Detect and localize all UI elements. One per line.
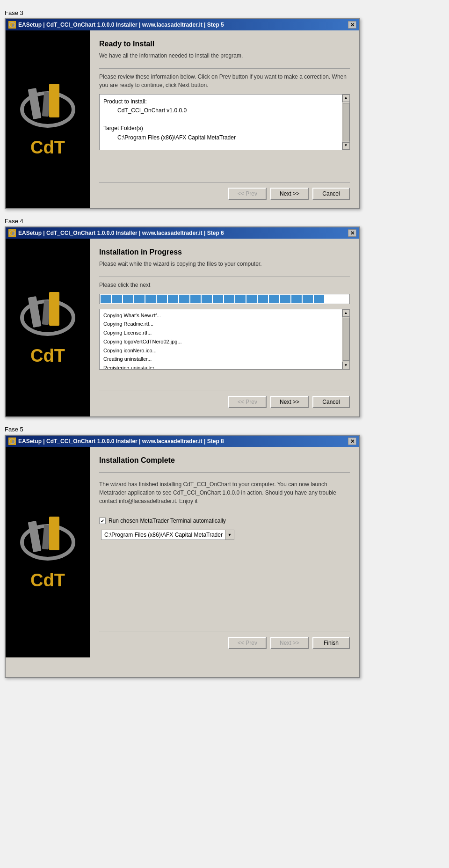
dropdown-row-fase5: C:\Program Files (x86)\AFX Capital MetaT…: [101, 530, 350, 540]
title-bar-fase4: EASetup | CdT_CCI_OnChart 1.0.0.0 Instal…: [6, 227, 359, 239]
prev-button-fase3[interactable]: << Prev: [228, 188, 267, 200]
dropdown-wrapper-fase5: C:\Program Files (x86)\AFX Capital MetaT…: [101, 530, 234, 540]
divider-fase4: [99, 277, 350, 277]
cancel-button-fase3[interactable]: Cancel: [312, 188, 350, 200]
window-title-fase5: EASetup | CdT_CCI_OnChart 1.0.0.0 Instal…: [18, 438, 224, 445]
cancel-button-fase4[interactable]: Cancel: [312, 396, 350, 408]
progress-label-fase4: Please click the next: [99, 281, 350, 289]
log-line-2: Copying Readme.rtf...: [103, 320, 337, 328]
close-button-fase5[interactable]: ✕: [348, 438, 356, 445]
log-line-6: Creating uninstaller...: [103, 355, 337, 364]
window-title-fase4: EASetup | CdT_CCI_OnChart 1.0.0.0 Instal…: [18, 230, 224, 236]
content-title-fase4: Installation in Progress: [99, 248, 350, 256]
installer-body-fase5: CdT Installation Complete The wizard has…: [6, 447, 359, 657]
pb15: [258, 295, 268, 303]
finish-button-fase5[interactable]: Finish: [312, 637, 350, 649]
pb13: [235, 295, 246, 303]
title-bar-left-fase5: EASetup | CdT_CCI_OnChart 1.0.0.0 Instal…: [8, 438, 224, 445]
installer-body-fase3: CdT Ready to Install We have all the inf…: [6, 30, 359, 208]
title-bar-fase5: EASetup | CdT_CCI_OnChart 1.0.0.0 Instal…: [6, 436, 359, 447]
button-bar-fase4: << Prev Next >> Cancel: [99, 391, 350, 412]
cdt-text-fase4: CdT: [30, 346, 65, 366]
checkbox-label-fase5: Run chosen MetaTrader Terminal automatic…: [109, 518, 226, 524]
log-line-4: Copying logoVertCdTNero02.jpg...: [103, 337, 337, 346]
pb2: [112, 295, 122, 303]
app-icon-fase4: [8, 229, 16, 237]
content-title-fase5: Installation Complete: [99, 456, 350, 465]
svg-rect-20: [49, 517, 59, 550]
progress-fill-fase4: [101, 295, 324, 303]
installer-window-fase4: EASetup | CdT_CCI_OnChart 1.0.0.0 Instal…: [5, 226, 360, 417]
cdt-logo-svg-fase4: [17, 283, 78, 343]
logo-area-fase3: CdT: [6, 30, 90, 201]
content-fase4: Installation in Progress Please wait whi…: [90, 239, 359, 416]
info-line-6: [103, 142, 337, 150]
dropdown-display-fase5: C:\Program Files (x86)\AFX Capital MetaT…: [101, 530, 234, 540]
sidebar-fase3: CdT: [6, 30, 90, 208]
log-scrollbar-fase4: ▲ ▼: [342, 309, 349, 369]
cdt-logo-svg-fase3: [17, 74, 78, 135]
button-bar-fase3: << Prev Next >> Cancel: [99, 182, 350, 204]
svg-rect-6: [49, 84, 59, 117]
scroll-down-fase3[interactable]: ▼: [342, 142, 350, 150]
pb10: [202, 295, 212, 303]
pb18: [291, 295, 302, 303]
scroll-up-fase3[interactable]: ▲: [342, 95, 350, 102]
close-button-fase3[interactable]: ✕: [348, 21, 356, 29]
checkbox-icon-fase5[interactable]: ✔: [99, 518, 106, 524]
prev-button-fase4[interactable]: << Prev: [228, 396, 267, 408]
pb16: [269, 295, 279, 303]
pb3: [123, 295, 133, 303]
prev-button-fase5[interactable]: << Prev: [228, 637, 267, 649]
content-desc-fase3: Please review these information below. C…: [99, 73, 350, 89]
sidebar-fase5: CdT: [6, 447, 90, 657]
title-bar-left-fase3: EASetup | CdT_CCI_OnChart 1.0.0.0 Instal…: [8, 21, 224, 29]
pb9: [190, 295, 201, 303]
log-line-3: Copying License.rtf...: [103, 328, 337, 337]
dropdown-arrow-fase5[interactable]: ▼: [225, 530, 234, 540]
window-title-fase3: EASetup | CdT_CCI_OnChart 1.0.0.0 Instal…: [18, 22, 224, 28]
cdt-text-fase3: CdT: [30, 138, 65, 158]
divider-fase3: [99, 68, 350, 69]
log-scroll-up-fase4[interactable]: ▲: [342, 309, 350, 317]
logo-area-fase4: CdT: [6, 239, 90, 409]
next-button-fase4[interactable]: Next >>: [270, 396, 309, 408]
log-scroll-thumb-fase4: [343, 318, 349, 361]
phase-4-label: Fase 4: [5, 218, 444, 225]
pb6: [157, 295, 167, 303]
cdt-text-fase5: CdT: [30, 570, 65, 591]
pb17: [280, 295, 290, 303]
next-button-fase3[interactable]: Next >>: [270, 188, 309, 200]
phase-5-label: Fase 5: [5, 426, 444, 433]
info-line-1: Product to Install:: [103, 97, 337, 106]
svg-rect-13: [49, 292, 59, 326]
content-title-fase3: Ready to Install: [99, 40, 350, 48]
installer-window-fase5: EASetup | CdT_CCI_OnChart 1.0.0.0 Instal…: [5, 435, 360, 678]
content-fase3: Ready to Install We have all the informa…: [90, 30, 359, 208]
log-line-7: Registering uninstaller...: [103, 364, 337, 370]
button-bar-fase5: << Prev Next >> Finish: [99, 632, 350, 653]
log-text-fase4: Copying What's New.rtf... Copying Readme…: [103, 311, 346, 370]
app-icon-fase3: [8, 21, 16, 29]
cdt-logo-svg-fase5: [17, 507, 78, 568]
info-box-fase3: Product to Install: CdT_CCI_OnChart v1.0…: [99, 94, 350, 150]
phase-3-label: Fase 3: [5, 9, 444, 16]
installer-body-fase4: CdT Installation in Progress Please wait…: [6, 239, 359, 416]
progress-bar-fase4: [99, 294, 350, 304]
pb20: [314, 295, 324, 303]
title-bar-fase3: EASetup | CdT_CCI_OnChart 1.0.0.0 Instal…: [6, 19, 359, 30]
close-button-fase4[interactable]: ✕: [348, 229, 356, 237]
log-line-5: Copying iconNero.ico...: [103, 346, 337, 355]
log-box-fase4: Copying What's New.rtf... Copying Readme…: [99, 309, 350, 370]
pb19: [303, 295, 313, 303]
scrollbar-fase3: ▲ ▼: [342, 95, 349, 150]
installer-window-fase3: EASetup | CdT_CCI_OnChart 1.0.0.0 Instal…: [5, 18, 360, 209]
info-line-4: Target Folder(s): [103, 124, 337, 133]
log-scroll-down-fase4[interactable]: ▼: [342, 362, 350, 369]
sidebar-fase4: CdT: [6, 239, 90, 416]
content-fase5: Installation Complete The wizard has fin…: [90, 447, 359, 657]
log-line-1: Copying What's New.rtf...: [103, 311, 337, 320]
next-button-fase5[interactable]: Next >>: [270, 637, 309, 649]
pb5: [145, 295, 156, 303]
pb12: [224, 295, 234, 303]
